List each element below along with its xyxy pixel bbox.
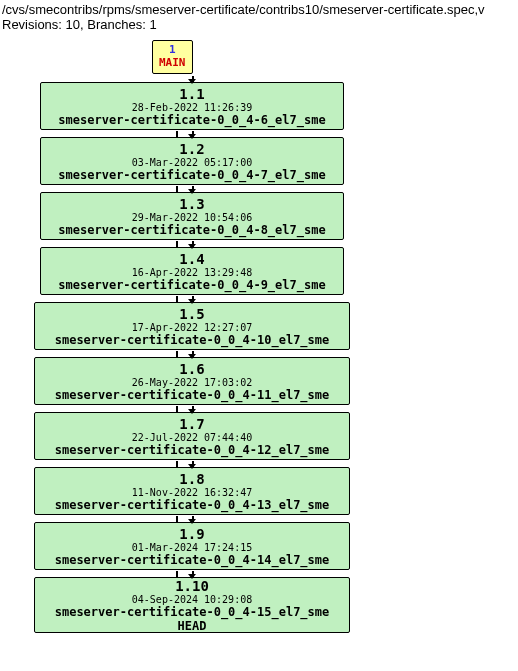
revision-date: 26-May-2022 17:03:02 bbox=[39, 377, 345, 388]
connector-arrow-icon bbox=[188, 299, 196, 304]
revision-tag: smeserver-certificate-0_0_4-14_el7_sme bbox=[39, 553, 345, 567]
main-branch-box: 1 MAIN bbox=[152, 40, 193, 74]
main-branch-num: 1 bbox=[159, 43, 186, 56]
connector-arrow-icon bbox=[188, 79, 196, 84]
revision-head-label: HEAD bbox=[39, 619, 345, 633]
revision-row: 1.416-Apr-2022 13:29:48smeserver-certifi… bbox=[20, 247, 516, 295]
revision-box: 1.329-Mar-2022 10:54:06smeserver-certifi… bbox=[40, 192, 344, 240]
revision-tag: smeserver-certificate-0_0_4-7_el7_sme bbox=[45, 168, 339, 182]
revision-graph: 1 MAIN 1.128-Feb-2022 11:26:39smeserver-… bbox=[2, 40, 516, 633]
revision-box: 1.626-May-2022 17:03:02smeserver-certifi… bbox=[34, 357, 350, 405]
revision-version: 1.3 bbox=[45, 196, 339, 212]
revision-tag: smeserver-certificate-0_0_4-13_el7_sme bbox=[39, 498, 345, 512]
revision-row: 1.329-Mar-2022 10:54:06smeserver-certifi… bbox=[20, 192, 516, 240]
revision-date: 11-Nov-2022 16:32:47 bbox=[39, 487, 345, 498]
revision-tag: smeserver-certificate-0_0_4-8_el7_sme bbox=[45, 223, 339, 237]
revision-version: 1.6 bbox=[39, 361, 345, 377]
revision-tag: smeserver-certificate-0_0_4-9_el7_sme bbox=[45, 278, 339, 292]
revision-row: 1.722-Jul-2022 07:44:40smeserver-certifi… bbox=[20, 412, 516, 460]
revision-version: 1.2 bbox=[45, 141, 339, 157]
connector-arrow-icon bbox=[188, 519, 196, 524]
revision-date: 04-Sep-2024 10:29:08 bbox=[39, 594, 345, 605]
revision-box: 1.517-Apr-2022 12:27:07smeserver-certifi… bbox=[34, 302, 350, 350]
connector-arrow-icon bbox=[188, 354, 196, 359]
revision-version: 1.1 bbox=[45, 86, 339, 102]
revision-row: 1.517-Apr-2022 12:27:07smeserver-certifi… bbox=[20, 302, 516, 350]
connector-arrow-icon bbox=[188, 574, 196, 579]
connector-arrow-icon bbox=[188, 464, 196, 469]
revision-version: 1.10 bbox=[39, 578, 345, 594]
revision-version: 1.7 bbox=[39, 416, 345, 432]
revision-box: 1.416-Apr-2022 13:29:48smeserver-certifi… bbox=[40, 247, 344, 295]
revision-tag: smeserver-certificate-0_0_4-15_el7_sme bbox=[39, 605, 345, 619]
revision-date: 29-Mar-2022 10:54:06 bbox=[45, 212, 339, 223]
main-branch-label: MAIN bbox=[159, 56, 186, 69]
revision-date: 03-Mar-2022 05:17:00 bbox=[45, 157, 339, 168]
revision-tag: smeserver-certificate-0_0_4-12_el7_sme bbox=[39, 443, 345, 457]
revision-row: 1.626-May-2022 17:03:02smeserver-certifi… bbox=[20, 357, 516, 405]
revision-version: 1.8 bbox=[39, 471, 345, 487]
revision-box: 1.901-Mar-2024 17:24:15smeserver-certifi… bbox=[34, 522, 350, 570]
revision-date: 16-Apr-2022 13:29:48 bbox=[45, 267, 339, 278]
revision-tag: smeserver-certificate-0_0_4-6_el7_sme bbox=[45, 113, 339, 127]
revision-box: 1.722-Jul-2022 07:44:40smeserver-certifi… bbox=[34, 412, 350, 460]
revision-row: 1.811-Nov-2022 16:32:47smeserver-certifi… bbox=[20, 467, 516, 515]
revision-box: 1.128-Feb-2022 11:26:39smeserver-certifi… bbox=[40, 82, 344, 130]
revision-version: 1.4 bbox=[45, 251, 339, 267]
header: /cvs/smecontribs/rpms/smeserver-certific… bbox=[2, 2, 516, 32]
revision-box: 1.203-Mar-2022 05:17:00smeserver-certifi… bbox=[40, 137, 344, 185]
revision-box: 1.811-Nov-2022 16:32:47smeserver-certifi… bbox=[34, 467, 350, 515]
revision-date: 17-Apr-2022 12:27:07 bbox=[39, 322, 345, 333]
connector-arrow-icon bbox=[188, 244, 196, 249]
revision-version: 1.9 bbox=[39, 526, 345, 542]
revision-box: 1.1004-Sep-2024 10:29:08smeserver-certif… bbox=[34, 577, 350, 633]
connector-arrow-icon bbox=[188, 189, 196, 194]
connector-arrow-icon bbox=[188, 134, 196, 139]
revision-tag: smeserver-certificate-0_0_4-11_el7_sme bbox=[39, 388, 345, 402]
revision-tag: smeserver-certificate-0_0_4-10_el7_sme bbox=[39, 333, 345, 347]
revision-row: 1.1004-Sep-2024 10:29:08smeserver-certif… bbox=[20, 577, 516, 633]
connector-arrow-icon bbox=[188, 409, 196, 414]
revision-row: 1.901-Mar-2024 17:24:15smeserver-certifi… bbox=[20, 522, 516, 570]
revision-info: Revisions: 10, Branches: 1 bbox=[2, 17, 516, 32]
revision-row: 1.203-Mar-2022 05:17:00smeserver-certifi… bbox=[20, 137, 516, 185]
revision-date: 28-Feb-2022 11:26:39 bbox=[45, 102, 339, 113]
revision-version: 1.5 bbox=[39, 306, 345, 322]
revision-row: 1.128-Feb-2022 11:26:39smeserver-certifi… bbox=[20, 82, 516, 130]
revision-date: 22-Jul-2022 07:44:40 bbox=[39, 432, 345, 443]
file-path: /cvs/smecontribs/rpms/smeserver-certific… bbox=[2, 2, 516, 17]
revision-date: 01-Mar-2024 17:24:15 bbox=[39, 542, 345, 553]
